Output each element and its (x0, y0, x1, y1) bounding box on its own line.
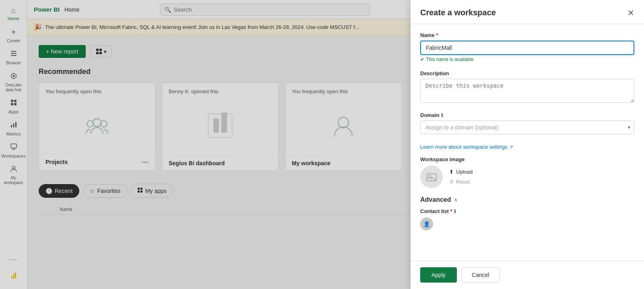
domain-info-icon: ℹ (441, 113, 443, 118)
description-field-group: Description (420, 70, 634, 104)
workspace-image-placeholder (420, 166, 443, 188)
contact-info-icon: ℹ (454, 209, 456, 214)
upload-button[interactable]: ⬆ Upload (449, 168, 473, 176)
chevron-up-icon: ∧ (454, 197, 458, 203)
domain-label: Domain ℹ (420, 112, 634, 118)
panel-body: Name * ✔ This name is available Descript… (411, 24, 644, 260)
advanced-section: Advanced ∧ Contact list * ℹ 👤 (420, 196, 634, 230)
description-input[interactable] (420, 79, 634, 103)
workspace-image-label: Workspace image (420, 156, 634, 162)
name-required: * (436, 32, 438, 38)
contact-required: * (450, 208, 452, 214)
description-label: Description (420, 70, 634, 76)
advanced-header[interactable]: Advanced ∧ (420, 196, 634, 203)
name-label: Name * (420, 32, 634, 38)
name-field-group: Name * ✔ This name is available (420, 32, 634, 62)
external-link-icon: ↗ (509, 144, 513, 150)
panel-header: Create a workspace ✕ (411, 0, 644, 24)
apply-button[interactable]: Apply (420, 267, 457, 283)
contact-avatar: 👤 (420, 217, 433, 230)
check-icon: ✔ (420, 57, 424, 62)
reset-button[interactable]: ↺ Reset (449, 178, 473, 186)
contact-list-label: Contact list * ℹ (420, 208, 634, 214)
advanced-title: Advanced (420, 196, 451, 203)
domain-select[interactable]: Assign to a domain (optional) (420, 121, 634, 134)
workspace-image-group: Workspace image ⬆ Upload ↺ Reset (420, 156, 634, 188)
workspace-image-section: ⬆ Upload ↺ Reset (420, 166, 634, 188)
reset-icon: ↺ (449, 179, 454, 185)
panel-footer: Apply Cancel (411, 260, 644, 289)
image-actions: ⬆ Upload ↺ Reset (449, 168, 473, 186)
learn-more-container: Learn more about workspace settings ↗ (420, 142, 634, 150)
name-available-msg: ✔ This name is available (420, 57, 634, 62)
cancel-button[interactable]: Cancel (462, 267, 500, 283)
panel-close-button[interactable]: ✕ (627, 9, 634, 17)
learn-more-link[interactable]: Learn more about workspace settings ↗ (420, 144, 513, 150)
create-workspace-panel: Create a workspace ✕ Name * ✔ This name … (411, 0, 644, 289)
panel-title: Create a workspace (420, 8, 496, 17)
workspace-name-input[interactable] (420, 41, 634, 55)
upload-icon: ⬆ (449, 169, 454, 175)
domain-select-wrapper: Assign to a domain (optional) ▾ (420, 121, 634, 134)
domain-field-group: Domain ℹ Assign to a domain (optional) ▾ (420, 112, 634, 134)
